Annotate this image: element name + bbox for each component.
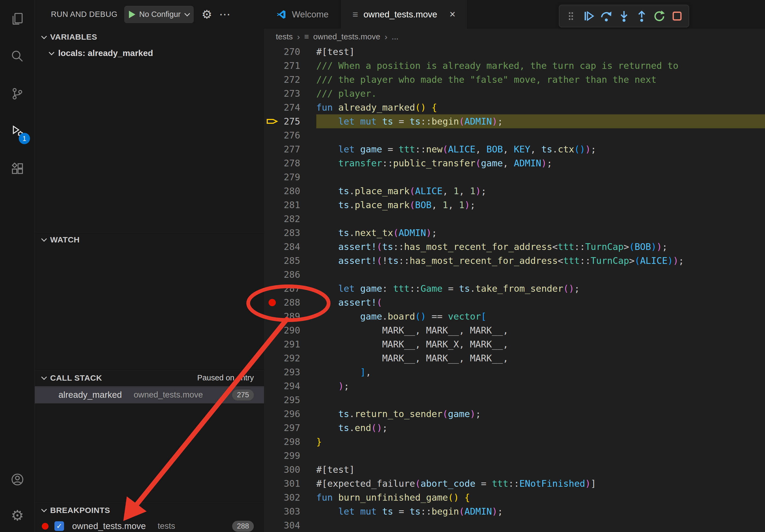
code-line[interactable]: 271/// When a position is already marked… (264, 59, 765, 73)
step-over-button[interactable] (599, 9, 614, 24)
code-text[interactable] (316, 393, 765, 407)
code-line[interactable]: 290 MARK__, MARK__, MARK__, (264, 323, 765, 337)
code-text[interactable]: ); (316, 379, 765, 393)
sidebar-item-run-and-debug[interactable]: 1 (0, 113, 35, 150)
breadcrumb-item-symbol[interactable]: ... (391, 32, 398, 41)
gutter[interactable]: 288 (264, 296, 316, 309)
code-line[interactable]: 292 MARK__, MARK__, MARK__, (264, 351, 765, 365)
code-line[interactable]: 274fun already_marked() { (264, 101, 765, 115)
gutter[interactable]: 273 (264, 87, 316, 101)
step-out-button[interactable] (634, 9, 649, 24)
gutter[interactable]: 276 (264, 128, 316, 142)
variables-section-header[interactable]: VARIABLES (35, 30, 264, 45)
code-text[interactable]: /// the player who made the "false" move… (316, 73, 765, 87)
code-line[interactable]: 285 assert!(!ts::has_most_recent_for_add… (264, 254, 765, 268)
code-line[interactable]: 277 let game = ttt::new(ALICE, BOB, KEY,… (264, 142, 765, 156)
code-line[interactable]: 293 ], (264, 365, 765, 379)
gutter[interactable]: 301 (264, 476, 316, 490)
watch-section-header[interactable]: WATCH (35, 232, 264, 247)
breakpoint-dot-icon[interactable] (269, 299, 276, 306)
code-text[interactable] (316, 518, 765, 532)
more-actions-icon[interactable]: ⋯ (219, 9, 231, 20)
gutter[interactable]: 289 (264, 309, 316, 323)
close-icon[interactable]: × (449, 9, 455, 20)
code-line[interactable]: 273/// player. (264, 87, 765, 101)
gutter[interactable]: 270 (264, 45, 316, 59)
settings-button[interactable]: ⚙ (0, 497, 35, 532)
gutter[interactable]: 304 (264, 518, 316, 532)
tab-owned-tests-move[interactable]: ≡ owned_tests.move × (341, 0, 467, 29)
code-line[interactable]: 286 (264, 268, 765, 282)
code-line[interactable]: 279 (264, 170, 765, 184)
code-line[interactable]: 282 (264, 212, 765, 226)
gutter[interactable]: 298 (264, 435, 316, 449)
code-text[interactable]: ts.end(); (316, 421, 765, 435)
tab-welcome[interactable]: Welcome (264, 0, 341, 29)
variables-scope-row[interactable]: locals: already_marked (35, 46, 264, 61)
code-line[interactable]: 275 let mut ts = ts::begin(ADMIN); (264, 115, 765, 128)
gutter[interactable]: 293 (264, 365, 316, 379)
gutter[interactable]: 299 (264, 449, 316, 463)
step-into-button[interactable] (616, 9, 631, 24)
code-line[interactable]: 280 ts.place_mark(ALICE, 1, 1); (264, 184, 765, 198)
gutter[interactable]: 287 (264, 282, 316, 296)
code-text[interactable]: let mut ts = ts::begin(ADMIN); (316, 504, 765, 518)
code-text[interactable]: ], (316, 365, 765, 379)
sidebar-item-search[interactable] (0, 38, 35, 75)
code-text[interactable] (316, 212, 765, 226)
gutter[interactable]: 290 (264, 323, 316, 337)
continue-button[interactable] (581, 9, 596, 24)
code-text[interactable]: assert!(!ts::has_most_recent_for_address… (316, 254, 765, 268)
launch-configuration-dropdown[interactable]: No Configur (124, 6, 194, 23)
code-text[interactable]: MARK__, MARK__, MARK__, (316, 351, 765, 365)
code-line[interactable]: 291 MARK__, MARK_X, MARK__, (264, 337, 765, 351)
code-text[interactable]: transfer::public_transfer(game, ADMIN); (316, 156, 765, 170)
breakpoint-gutter[interactable] (264, 117, 280, 126)
code-line[interactable]: 303 let mut ts = ts::begin(ADMIN); (264, 504, 765, 518)
code-line[interactable]: 294 ); (264, 379, 765, 393)
code-line[interactable]: 270#[test] (264, 45, 765, 59)
code-line[interactable]: 296 ts.return_to_sender(game); (264, 407, 765, 421)
code-line[interactable]: 288 assert!( (264, 296, 765, 309)
gutter[interactable]: 277 (264, 142, 316, 156)
gutter[interactable]: 282 (264, 212, 316, 226)
code-text[interactable]: MARK__, MARK_X, MARK__, (316, 337, 765, 351)
account-button[interactable] (0, 461, 35, 498)
gutter[interactable]: 300 (264, 463, 316, 476)
code-line[interactable]: 276 (264, 128, 765, 142)
call-stack-section-header[interactable]: CALL STACK Paused on entry (35, 370, 264, 385)
breakpoint-checkbox[interactable]: ✓ (54, 521, 64, 531)
code-text[interactable] (316, 268, 765, 282)
stop-button[interactable] (670, 9, 685, 24)
start-debugging-icon[interactable] (129, 11, 135, 18)
sidebar-item-explorer[interactable] (0, 0, 35, 38)
code-text[interactable]: ts.next_tx(ADMIN); (316, 226, 765, 240)
code-line[interactable]: 272/// the player who made the "false" m… (264, 73, 765, 87)
gutter[interactable]: 286 (264, 268, 316, 282)
gutter[interactable]: 303 (264, 504, 316, 518)
code-line[interactable]: 304 (264, 518, 765, 532)
code-text[interactable]: assert!( (316, 296, 765, 309)
code-line[interactable]: 281 ts.place_mark(BOB, 1, 1); (264, 198, 765, 212)
gutter[interactable]: 281 (264, 198, 316, 212)
gutter[interactable]: 283 (264, 226, 316, 240)
code-text[interactable]: MARK__, MARK__, MARK__, (316, 323, 765, 337)
gutter[interactable]: 284 (264, 240, 316, 254)
breakpoint-gutter[interactable] (264, 299, 280, 306)
code-line[interactable]: 302fun burn_unfinished_game() { (264, 490, 765, 504)
breadcrumb-item-tests[interactable]: tests (276, 32, 293, 41)
code-text[interactable]: #[test] (316, 463, 765, 476)
code-text[interactable]: #[test] (316, 45, 765, 59)
code-text[interactable]: } (316, 435, 765, 449)
gutter[interactable]: 275 (264, 115, 316, 128)
gear-icon[interactable]: ⚙ (202, 9, 212, 20)
code-line[interactable]: 295 (264, 393, 765, 407)
code-text[interactable]: let game: ttt::Game = ts.take_from_sende… (316, 282, 765, 296)
code-text[interactable]: ts.place_mark(BOB, 1, 1); (316, 198, 765, 212)
sidebar-item-extensions[interactable] (0, 150, 35, 187)
code-line[interactable]: 284 assert!(ts::has_most_recent_for_addr… (264, 240, 765, 254)
code-text[interactable]: ts.return_to_sender(game); (316, 407, 765, 421)
code-line[interactable]: 289 game.board() == vector[ (264, 309, 765, 323)
code-text[interactable]: /// When a position is already marked, t… (316, 59, 765, 73)
restart-button[interactable] (652, 9, 667, 24)
